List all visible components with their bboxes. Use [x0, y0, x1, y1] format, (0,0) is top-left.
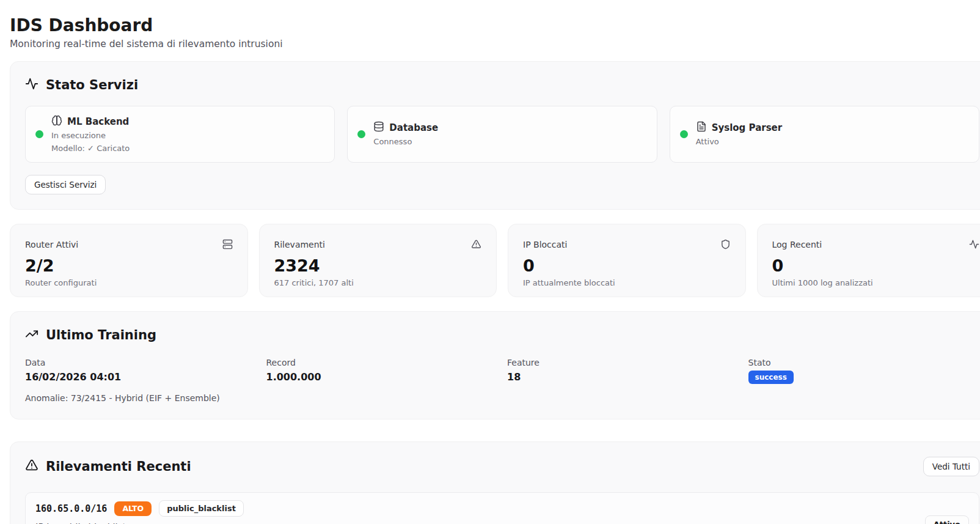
manage-services-button[interactable]: Gestisci Servizi — [25, 175, 106, 194]
stat-sub: Ultimi 1000 log analizzati — [772, 278, 980, 288]
field-value: 16/02/2026 04:01 — [25, 371, 257, 383]
service-status: Attivo — [696, 136, 783, 147]
training-field-record: Record 1.000.000 — [266, 357, 498, 384]
stat-value: 0 — [523, 257, 731, 275]
field-label: Data — [25, 357, 257, 368]
training-field-data: Data 16/02/2026 04:01 — [25, 357, 257, 384]
brain-icon — [51, 115, 62, 128]
dashboard-page: IDS Dashboard Monitoring real-time del s… — [0, 0, 980, 524]
training-status-badge: success — [748, 371, 794, 384]
stat-sub: Router configurati — [25, 278, 233, 288]
stat-sub: IP attualmente bloccati — [523, 278, 731, 288]
field-value: 18 — [507, 371, 739, 383]
activity-icon — [969, 239, 979, 252]
stat-card-ip-bloccati: IP Bloccati 0 IP attualmente bloccati — [508, 224, 746, 297]
stat-sub: 617 critici, 1707 alti — [274, 278, 482, 288]
alert-triangle-icon — [471, 239, 481, 252]
activity-icon — [25, 77, 38, 93]
service-content: ML Backend In esecuzione Modello: ✓ Cari… — [51, 115, 130, 153]
detections-head: Rilevamenti Recenti Vedi Tutti — [25, 457, 979, 476]
severity-badge: ALTO — [114, 501, 152, 516]
stat-card-rilevamenti: Rilevamenti 2324 617 critici, 1707 alti — [259, 224, 497, 297]
service-content: Database Connesso — [373, 121, 438, 147]
detection-tag: public_blacklist — [159, 500, 244, 517]
service-detail: Modello: ✓ Caricato — [51, 143, 130, 154]
server-icon — [222, 239, 233, 252]
page-title: IDS Dashboard — [10, 15, 980, 37]
stat-value: 0 — [772, 257, 980, 275]
service-status: Connesso — [373, 136, 438, 147]
trending-up-icon — [25, 327, 38, 343]
field-value: 1.000.000 — [266, 371, 498, 383]
stat-card-router-attivi: Router Attivi 2/2 Router configurati — [10, 224, 248, 297]
services-section-title: Stato Servizi — [46, 76, 138, 94]
field-label: Record — [266, 357, 498, 368]
stat-label: IP Bloccati — [523, 239, 567, 250]
service-card-ml-backend: ML Backend In esecuzione Modello: ✓ Cari… — [25, 106, 335, 163]
service-name: ML Backend — [67, 116, 129, 127]
detections-card: Rilevamenti Recenti Vedi Tutti 160.65.0.… — [10, 441, 980, 524]
service-name: Database — [389, 122, 438, 133]
detection-info: 160.65.0.0/16 ALTO public_blacklist IP i… — [35, 500, 244, 524]
stats-grid: Router Attivi 2/2 Router configurati Ril… — [10, 224, 980, 297]
service-card-syslog-parser: Syslog Parser Attivo — [670, 106, 979, 163]
status-dot — [357, 130, 365, 138]
status-dot — [680, 130, 688, 138]
detection-ip: 160.65.0.0/16 — [35, 503, 107, 514]
detection-list-item: 160.65.0.0/16 ALTO public_blacklist IP i… — [25, 492, 979, 524]
field-label: Stato — [748, 357, 980, 368]
services-grid: ML Backend In esecuzione Modello: ✓ Cari… — [25, 106, 979, 163]
detection-state-badge: Attivo — [925, 515, 969, 524]
training-footnote: Anomalie: 73/2415 - Hybrid (EIF + Ensemb… — [25, 393, 979, 404]
database-icon — [373, 121, 384, 135]
service-card-database: Database Connesso — [347, 106, 657, 163]
status-dot — [35, 130, 43, 138]
page-subtitle: Monitoring real-time del sistema di rile… — [10, 38, 980, 51]
services-title-row: Stato Servizi — [25, 76, 979, 94]
training-section-title: Ultimo Training — [46, 327, 156, 344]
alert-triangle-icon — [25, 459, 38, 474]
training-card: Ultimo Training Data 16/02/2026 04:01 Re… — [10, 311, 980, 419]
service-name: Syslog Parser — [712, 122, 783, 133]
service-status: In esecuzione — [51, 130, 130, 141]
services-status-card: Stato Servizi ML Backend — [10, 61, 980, 210]
training-grid: Data 16/02/2026 04:01 Record 1.000.000 F… — [25, 357, 979, 384]
stat-value: 2/2 — [25, 257, 233, 275]
detections-section-title: Rilevamenti Recenti — [46, 458, 191, 475]
stat-card-log-recenti: Log Recenti 0 Ultimi 1000 log analizzati — [757, 224, 980, 297]
page-header: IDS Dashboard Monitoring real-time del s… — [0, 0, 980, 51]
training-field-feature: Feature 18 — [507, 357, 739, 384]
stat-label: Rilevamenti — [274, 239, 326, 250]
shield-icon — [720, 239, 731, 252]
stat-label: Router Attivi — [25, 239, 78, 250]
training-field-stato: Stato success — [748, 357, 980, 384]
training-title-row: Ultimo Training — [25, 327, 979, 344]
stat-value: 2324 — [274, 257, 482, 275]
file-text-icon — [696, 121, 707, 135]
view-all-button[interactable]: Vedi Tutti — [923, 457, 979, 476]
stat-label: Log Recenti — [772, 239, 822, 250]
service-content: Syslog Parser Attivo — [696, 121, 783, 147]
field-label: Feature — [507, 357, 739, 368]
